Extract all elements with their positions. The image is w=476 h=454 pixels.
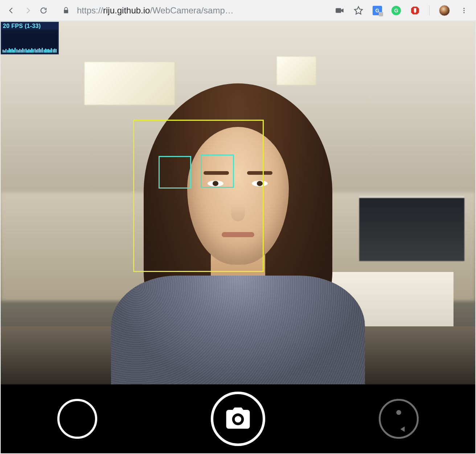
forward-button[interactable]: [21, 4, 34, 17]
svg-point-4: [463, 8, 464, 9]
fps-label: 20 FPS (1-33): [1, 22, 58, 30]
profile-avatar[interactable]: [439, 5, 450, 16]
address-bar[interactable]: https://riju.github.io/WebCamera/samp…: [62, 5, 328, 16]
scene-window: [359, 196, 464, 261]
lock-icon: [62, 7, 70, 14]
shutter-ring-icon: [211, 392, 265, 446]
back-button[interactable]: [5, 4, 18, 17]
url-path: /WebCamera/samp…: [150, 5, 233, 15]
camera-control-bar: [1, 384, 475, 453]
grammarly-extension-icon[interactable]: G: [391, 6, 401, 15]
toolbar-right: G G: [335, 5, 469, 16]
url-scheme: https://: [77, 5, 103, 15]
svg-rect-2: [414, 8, 416, 12]
url-text: https://riju.github.io/WebCamera/samp…: [77, 5, 234, 16]
camera-indicator-icon[interactable]: [335, 6, 344, 15]
scene-light-panel: [276, 56, 316, 85]
google-translate-extension-icon[interactable]: G: [373, 6, 382, 15]
shutter-button[interactable]: [211, 392, 265, 446]
svg-point-8: [397, 410, 401, 414]
bookmark-star-icon[interactable]: [354, 6, 363, 15]
page-content: 20 FPS (1-33): [1, 22, 475, 453]
eye-detection-box: [159, 156, 191, 189]
fps-stats-widget: 20 FPS (1-33): [1, 22, 59, 54]
svg-rect-0: [336, 8, 341, 13]
svg-point-5: [463, 10, 464, 11]
eye-detection-box: [201, 154, 234, 188]
record-button[interactable]: [57, 399, 97, 439]
switch-camera-icon: [379, 399, 419, 439]
separator: [429, 5, 430, 16]
svg-point-6: [463, 12, 464, 13]
adblock-extension-icon[interactable]: [410, 6, 420, 15]
fps-graph: [3, 33, 57, 53]
reload-button[interactable]: [37, 4, 50, 17]
face-detection-box: [133, 120, 264, 272]
record-ring-icon: [57, 399, 97, 439]
url-host: riju.github.io: [103, 5, 150, 15]
subject-torso: [111, 276, 365, 384]
browser-toolbar: https://riju.github.io/WebCamera/samp… G…: [0, 0, 476, 21]
chrome-menu-button[interactable]: [459, 6, 469, 15]
camera-icon: [224, 404, 252, 434]
camera-viewport: 20 FPS (1-33): [1, 22, 475, 384]
switch-camera-button[interactable]: [379, 399, 419, 439]
